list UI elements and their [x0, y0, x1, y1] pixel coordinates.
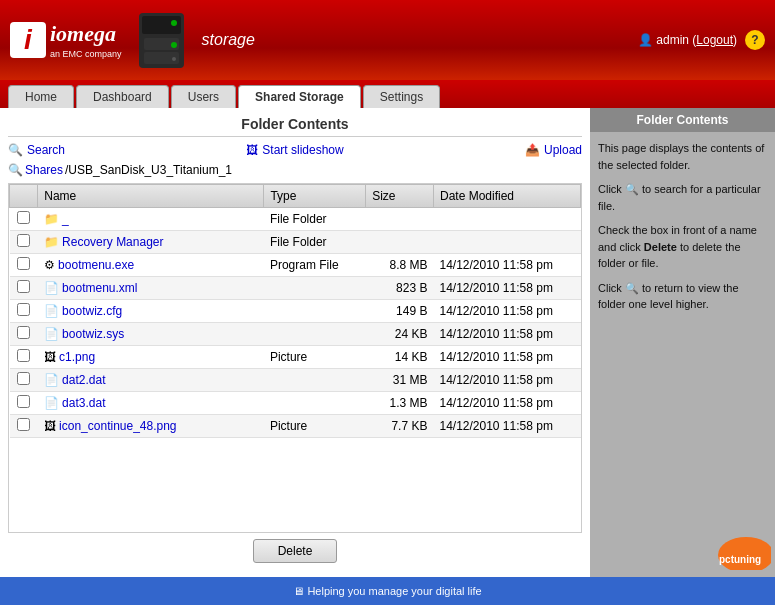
help-button[interactable]: ?: [745, 30, 765, 50]
exe-icon: ⚙: [44, 258, 58, 272]
col-header-type[interactable]: Type: [264, 185, 366, 208]
file-link[interactable]: c1.png: [59, 350, 95, 364]
col-header-size[interactable]: Size: [366, 185, 434, 208]
file-link[interactable]: bootmenu.exe: [58, 258, 134, 272]
admin-icon: 👤: [638, 33, 653, 47]
file-link[interactable]: bootwiz.sys: [62, 327, 124, 341]
footer-text: 🖥 Helping you manage your digital life: [293, 585, 481, 597]
nav-bar: Home Dashboard Users Shared Storage Sett…: [0, 80, 775, 108]
sidebar-body: This page displays the contents of the s…: [590, 132, 775, 521]
logo-brand: iomega: [50, 21, 116, 46]
table-row: 📄 dat2.dat31 MB14/12/2010 11:58 pm: [10, 369, 581, 392]
file-icon: 📄: [44, 281, 62, 295]
upload-button[interactable]: 📤 Upload: [525, 143, 582, 157]
file-link[interactable]: Recovery Manager: [62, 235, 163, 249]
breadcrumb-icon: 🔍: [8, 163, 23, 177]
breadcrumb-shares-link[interactable]: Shares: [25, 163, 63, 177]
tab-home[interactable]: Home: [8, 85, 74, 108]
header-right: 👤 admin (Logout) ?: [638, 30, 765, 50]
delete-button[interactable]: Delete: [253, 539, 338, 563]
tab-users[interactable]: Users: [171, 85, 236, 108]
row-checkbox[interactable]: [17, 280, 30, 293]
sidebar-title: Folder Contents: [590, 108, 775, 132]
slideshow-button[interactable]: 🖼 Start slideshow: [246, 143, 343, 157]
logo-brand-area: iomega an EMC company: [50, 21, 122, 59]
row-checkbox[interactable]: [17, 349, 30, 362]
file-table: Name Type Size Date Modified 📁 _File Fol…: [9, 184, 581, 438]
breadcrumb: 🔍 Shares /USB_SanDisk_U3_Titanium_1: [8, 163, 582, 177]
svg-point-5: [171, 42, 177, 48]
file-link[interactable]: icon_continue_48.png: [59, 419, 176, 433]
image-icon: 🖼: [44, 419, 59, 433]
folder-icon: 📁: [44, 212, 62, 226]
search-button[interactable]: 🔍 Search: [8, 143, 65, 157]
image-icon: 🖼: [44, 350, 59, 364]
file-icon: 📄: [44, 396, 62, 410]
pctuning-logo: pctuning: [691, 525, 771, 570]
content-area: Folder Contents 🔍 Search 🖼 Start slidesh…: [0, 108, 590, 577]
col-header-date[interactable]: Date Modified: [433, 185, 580, 208]
slideshow-icon: 🖼: [246, 143, 258, 157]
tab-dashboard[interactable]: Dashboard: [76, 85, 169, 108]
folder-icon: 📁: [44, 235, 62, 249]
row-checkbox[interactable]: [17, 418, 30, 431]
row-checkbox[interactable]: [17, 326, 30, 339]
table-row: 📄 bootwiz.cfg149 B14/12/2010 11:58 pm: [10, 300, 581, 323]
file-link[interactable]: _: [62, 212, 69, 226]
svg-point-6: [172, 57, 176, 61]
svg-text:pctuning: pctuning: [719, 554, 761, 565]
logo-i: i: [10, 22, 46, 58]
table-row: 📄 dat3.dat1.3 MB14/12/2010 11:58 pm: [10, 392, 581, 415]
logo-area: i iomega an EMC company storage: [10, 10, 255, 70]
delete-bar: Delete: [8, 533, 582, 569]
watermark-area: pctuning: [590, 521, 775, 577]
table-row: ⚙ bootmenu.exeProgram File8.8 MB14/12/20…: [10, 254, 581, 277]
row-checkbox[interactable]: [17, 372, 30, 385]
logo-sub: an EMC company: [50, 49, 122, 59]
sidebar-para-1: This page displays the contents of the s…: [598, 140, 767, 173]
search-icon-2: 🔍: [625, 183, 639, 195]
file-link[interactable]: dat3.dat: [62, 396, 105, 410]
tab-shared-storage[interactable]: Shared Storage: [238, 85, 361, 108]
file-link[interactable]: bootwiz.cfg: [62, 304, 122, 318]
col-header-name[interactable]: Name: [38, 185, 264, 208]
nas-device-image: [132, 10, 192, 70]
search-icon: 🔍: [8, 143, 23, 157]
header: i iomega an EMC company storage 👤 admin …: [0, 0, 775, 80]
table-row: 🖼 c1.pngPicture14 KB14/12/2010 11:58 pm: [10, 346, 581, 369]
sidebar-para-3: Check the box in front of a name and cli…: [598, 222, 767, 272]
logout-link[interactable]: Logout: [696, 33, 733, 47]
table-row: 📁 Recovery ManagerFile Folder: [10, 231, 581, 254]
admin-info: 👤 admin (Logout): [638, 33, 737, 47]
table-row: 📄 bootwiz.sys24 KB14/12/2010 11:58 pm: [10, 323, 581, 346]
file-icon: 📄: [44, 327, 62, 341]
table-header-row: Name Type Size Date Modified: [10, 185, 581, 208]
back-icon: 🔍: [625, 282, 639, 294]
file-icon: 📄: [44, 373, 62, 387]
table-row: 📄 bootmenu.xml823 B14/12/2010 11:58 pm: [10, 277, 581, 300]
file-link[interactable]: dat2.dat: [62, 373, 105, 387]
app-title: storage: [202, 31, 255, 49]
toolbar: 🔍 Search 🖼 Start slideshow 📤 Upload: [8, 143, 582, 157]
row-checkbox[interactable]: [17, 234, 30, 247]
row-checkbox[interactable]: [17, 395, 30, 408]
sidebar-para-2: Click 🔍 to search for a particular file.: [598, 181, 767, 214]
upload-icon: 📤: [525, 143, 540, 157]
breadcrumb-path: /USB_SanDisk_U3_Titanium_1: [65, 163, 232, 177]
sidebar-para-4: Click 🔍 to return to view the folder one…: [598, 280, 767, 313]
tab-settings[interactable]: Settings: [363, 85, 440, 108]
sidebar: Folder Contents This page displays the c…: [590, 108, 775, 577]
table-row: 🖼 icon_continue_48.pngPicture7.7 KB14/12…: [10, 415, 581, 438]
row-checkbox[interactable]: [17, 303, 30, 316]
row-checkbox[interactable]: [17, 211, 30, 224]
main-content: Folder Contents 🔍 Search 🖼 Start slidesh…: [0, 108, 775, 577]
file-icon: 📄: [44, 304, 62, 318]
file-table-container[interactable]: Name Type Size Date Modified 📁 _File Fol…: [8, 183, 582, 533]
table-row: 📁 _File Folder: [10, 208, 581, 231]
row-checkbox[interactable]: [17, 257, 30, 270]
footer: 🖥 Helping you manage your digital life: [0, 577, 775, 605]
svg-point-4: [171, 20, 177, 26]
page-title: Folder Contents: [8, 116, 582, 137]
file-link[interactable]: bootmenu.xml: [62, 281, 137, 295]
col-header-check: [10, 185, 38, 208]
